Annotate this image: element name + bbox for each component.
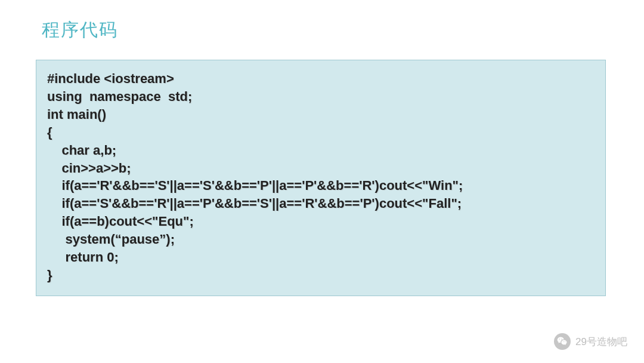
code-content: #include <iostream> using namespace std;… xyxy=(47,70,595,284)
page-title: 程序代码 xyxy=(42,18,118,42)
watermark: 29号造物吧 xyxy=(554,333,627,350)
code-block: #include <iostream> using namespace std;… xyxy=(36,60,606,296)
watermark-text: 29号造物吧 xyxy=(575,335,627,349)
wechat-icon xyxy=(554,333,571,350)
